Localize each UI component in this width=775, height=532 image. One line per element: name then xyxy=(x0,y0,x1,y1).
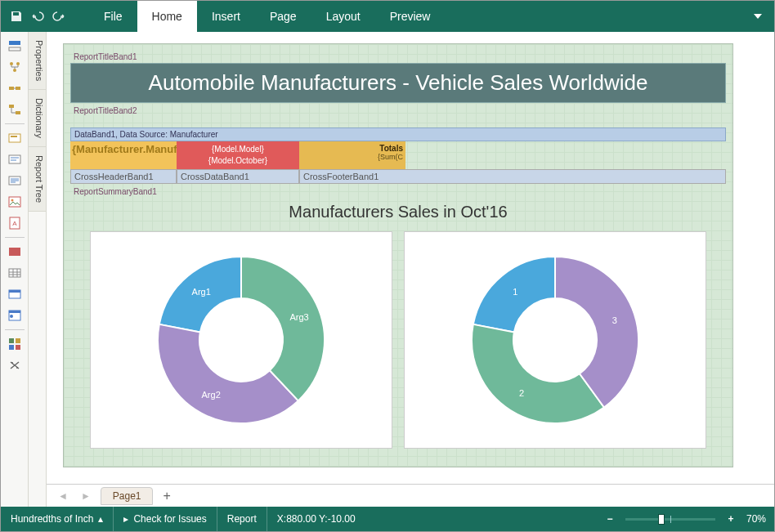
cross-data-cell[interactable]: {Model.Model} {Model.October} xyxy=(177,141,299,169)
totals-expr: {Sum(C xyxy=(302,153,403,161)
svg-rect-25 xyxy=(16,338,20,343)
ribbon-tabs: File Home Insert Page Layout Preview xyxy=(89,1,445,32)
svg-rect-24 xyxy=(9,338,14,343)
cross-header-band-label[interactable]: CrossHeaderBand1 xyxy=(70,169,177,184)
panel-dictionary[interactable]: Dictionary xyxy=(29,90,46,147)
tool-report-icon[interactable]: A xyxy=(5,214,25,232)
page-tabs-bar: ◄ ► Page1 + xyxy=(47,484,774,507)
zoom-out-button[interactable]: − xyxy=(603,512,617,526)
zoom-control: − + 70% xyxy=(594,507,774,531)
svg-point-4 xyxy=(13,69,16,72)
svg-rect-9 xyxy=(9,134,20,142)
tab-page[interactable]: Page xyxy=(255,1,311,32)
svg-text:2: 2 xyxy=(519,388,524,398)
cross-data-l1: {Model.Model} xyxy=(179,144,297,155)
ribbon-expand-icon[interactable] xyxy=(741,1,774,32)
tab-next-icon[interactable]: ► xyxy=(74,490,97,502)
tool-hierarchy-icon[interactable] xyxy=(5,58,25,76)
svg-point-3 xyxy=(16,62,20,65)
zoom-slider-thumb[interactable] xyxy=(658,514,665,525)
cross-data-band-label[interactable]: CrossDataBand1 xyxy=(177,169,299,184)
svg-point-28 xyxy=(11,362,13,364)
tool-settings-icon[interactable] xyxy=(5,356,25,374)
svg-rect-18 xyxy=(9,269,20,277)
band-label: ReportSummaryBand1 xyxy=(70,186,726,198)
save-icon[interactable] xyxy=(6,6,27,27)
play-icon: ▸ xyxy=(123,513,128,525)
zoom-in-button[interactable]: + xyxy=(723,512,738,526)
status-coords: X:880.00 Y:-10.00 xyxy=(267,507,365,531)
cross-footer-cell[interactable]: Totals {Sum(C xyxy=(299,141,405,169)
svg-rect-26 xyxy=(9,345,14,350)
tab-prev-icon[interactable]: ◄ xyxy=(52,490,74,502)
tab-file[interactable]: File xyxy=(89,1,137,32)
band-report-title2[interactable]: ReportTitleBand2 xyxy=(70,105,726,126)
band-report-title1[interactable]: ReportTitleBand1 Automobile Manufacturer… xyxy=(70,51,726,103)
chevron-up-icon: ▴ xyxy=(98,513,103,525)
svg-rect-6 xyxy=(16,87,20,90)
tool-browser-icon[interactable] xyxy=(5,306,25,324)
svg-text:Arg2: Arg2 xyxy=(202,390,221,400)
charts-row: Arg1Arg2Arg3 123 xyxy=(70,226,726,458)
main-area: A Properties Dictionary Report Tree Repo… xyxy=(1,32,774,507)
band-data[interactable]: DataBand1, Data Source: Manufacturer {Ma… xyxy=(70,127,726,184)
redo-icon[interactable] xyxy=(48,6,69,27)
cross-data-l2: {Model.October} xyxy=(179,155,297,167)
add-page-icon[interactable]: + xyxy=(156,489,177,503)
zoom-value: 70% xyxy=(746,513,766,525)
report-page[interactable]: ReportTitleBand1 Automobile Manufacturer… xyxy=(63,43,733,467)
ribbon: File Home Insert Page Layout Preview xyxy=(1,1,774,32)
cross-footer-band-label[interactable]: CrossFooterBand1 xyxy=(299,169,726,184)
status-units[interactable]: Hundredths of Inch ▴ xyxy=(1,507,114,531)
svg-rect-13 xyxy=(9,197,20,207)
tool-text-icon[interactable] xyxy=(5,150,25,168)
chart-title[interactable]: Manufacturers Sales in Oct'16 xyxy=(70,198,726,226)
tool-richtext-icon[interactable] xyxy=(5,172,25,190)
tool-grid-icon[interactable] xyxy=(5,335,25,353)
tool-image-icon[interactable] xyxy=(5,193,25,211)
svg-point-29 xyxy=(16,367,18,369)
tool-table-icon[interactable] xyxy=(5,264,25,282)
status-check-label: Check for Issues xyxy=(133,513,206,525)
band-label: ReportTitleBand1 xyxy=(70,51,726,63)
chart-1[interactable]: Arg1Arg2Arg3 xyxy=(90,231,392,449)
svg-rect-10 xyxy=(11,136,17,137)
svg-rect-11 xyxy=(9,155,20,163)
svg-rect-5 xyxy=(9,87,14,90)
status-bar: Hundredths of Inch ▴ ▸ Check for Issues … xyxy=(1,507,774,531)
chart-2[interactable]: 123 xyxy=(404,231,706,449)
svg-rect-0 xyxy=(9,41,20,45)
svg-point-14 xyxy=(11,199,13,202)
svg-rect-1 xyxy=(9,47,20,51)
tool-flow-icon[interactable] xyxy=(5,101,25,118)
band-label: DataBand1, Data Source: Manufacturer xyxy=(70,127,726,141)
panel-properties[interactable]: Properties xyxy=(29,32,46,90)
tab-insert[interactable]: Insert xyxy=(197,1,255,32)
report-title-text[interactable]: Automobile Manufacturers - Vehicle Sales… xyxy=(70,63,726,103)
tool-arrange-top-icon[interactable] xyxy=(5,37,25,55)
status-check-issues[interactable]: ▸ Check for Issues xyxy=(114,507,217,531)
svg-text:Arg3: Arg3 xyxy=(290,312,309,322)
side-panels: Properties Dictionary Report Tree xyxy=(29,32,47,507)
cross-header-cell[interactable]: {Manufacturer.Manufacturer} xyxy=(70,141,177,169)
tab-layout[interactable]: Layout xyxy=(311,1,375,32)
tool-label-icon[interactable] xyxy=(5,129,25,147)
band-summary[interactable]: ReportSummaryBand1 Manufacturers Sales i… xyxy=(70,186,726,458)
panel-report-tree[interactable]: Report Tree xyxy=(29,147,46,212)
design-canvas[interactable]: ReportTitleBand1 Automobile Manufacturer… xyxy=(47,32,774,484)
tool-connect-icon[interactable] xyxy=(5,79,25,97)
page-tab-1[interactable]: Page1 xyxy=(101,487,154,505)
undo-icon[interactable] xyxy=(27,6,48,27)
svg-text:1: 1 xyxy=(513,287,517,297)
tool-panel-icon[interactable] xyxy=(5,243,25,261)
tab-preview[interactable]: Preview xyxy=(375,1,446,32)
svg-rect-8 xyxy=(16,111,20,114)
svg-rect-22 xyxy=(9,311,20,313)
zoom-slider[interactable] xyxy=(625,518,715,521)
svg-point-23 xyxy=(10,315,13,318)
svg-text:Arg1: Arg1 xyxy=(192,287,211,297)
svg-rect-27 xyxy=(16,345,20,350)
tab-home[interactable]: Home xyxy=(137,1,197,32)
tool-window-icon[interactable] xyxy=(5,285,25,303)
status-report[interactable]: Report xyxy=(217,507,267,531)
